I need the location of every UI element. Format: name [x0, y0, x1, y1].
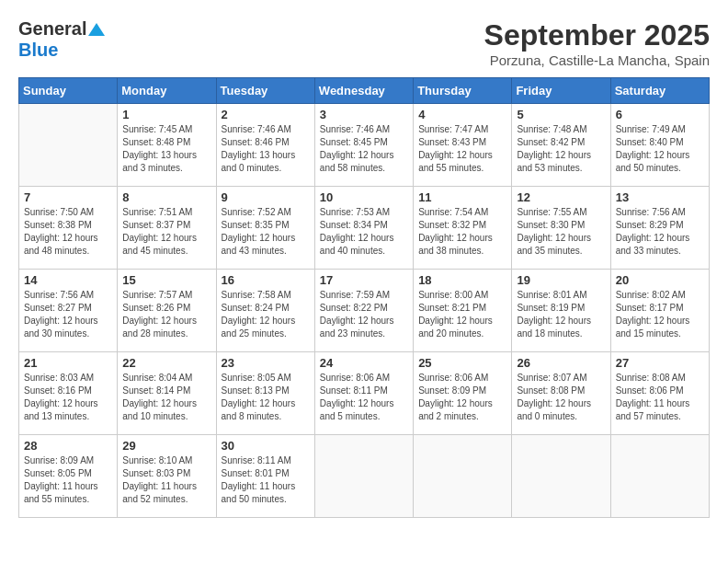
- day-info: Sunrise: 7:52 AMSunset: 8:35 PMDaylight:…: [222, 206, 310, 258]
- day-info: Sunrise: 8:09 AMSunset: 8:05 PMDaylight:…: [24, 454, 112, 506]
- day-info: Sunrise: 7:49 AMSunset: 8:40 PMDaylight:…: [616, 123, 704, 175]
- calendar-cell: 4Sunrise: 7:47 AMSunset: 8:43 PMDaylight…: [414, 104, 512, 187]
- logo-general-text: General: [18, 18, 86, 40]
- day-info: Sunrise: 8:06 AMSunset: 8:09 PMDaylight:…: [418, 372, 506, 423]
- day-number: 26: [517, 356, 605, 370]
- calendar-week-2: 7Sunrise: 7:50 AMSunset: 8:38 PMDaylight…: [19, 187, 710, 270]
- day-info: Sunrise: 7:59 AMSunset: 8:22 PMDaylight:…: [320, 289, 408, 340]
- day-number: 9: [222, 190, 310, 204]
- calendar-cell: 3Sunrise: 7:46 AMSunset: 8:45 PMDaylight…: [314, 104, 413, 187]
- day-number: 24: [320, 356, 408, 370]
- logo: General Blue: [18, 18, 105, 61]
- calendar-cell: [610, 435, 709, 518]
- day-info: Sunrise: 7:57 AMSunset: 8:26 PMDaylight:…: [122, 289, 210, 340]
- calendar-cell: 30Sunrise: 8:11 AMSunset: 8:01 PMDayligh…: [216, 435, 314, 518]
- logo-icon: [88, 21, 105, 38]
- calendar-cell: 29Sunrise: 8:10 AMSunset: 8:03 PMDayligh…: [118, 435, 216, 518]
- day-info: Sunrise: 7:51 AMSunset: 8:37 PMDaylight:…: [122, 206, 210, 258]
- day-number: 1: [122, 108, 210, 121]
- calendar-cell: 7Sunrise: 7:50 AMSunset: 8:38 PMDaylight…: [19, 187, 118, 270]
- calendar-cell: 18Sunrise: 8:00 AMSunset: 8:21 PMDayligh…: [414, 270, 512, 352]
- day-number: 15: [122, 273, 210, 287]
- day-number: 14: [24, 273, 112, 287]
- calendar-cell: 26Sunrise: 8:07 AMSunset: 8:08 PMDayligh…: [512, 352, 610, 435]
- calendar-cell: 13Sunrise: 7:56 AMSunset: 8:29 PMDayligh…: [610, 187, 709, 270]
- day-number: 12: [517, 190, 605, 204]
- day-number: 7: [24, 190, 112, 204]
- day-info: Sunrise: 7:56 AMSunset: 8:29 PMDaylight:…: [616, 206, 704, 258]
- calendar-cell: 28Sunrise: 8:09 AMSunset: 8:05 PMDayligh…: [19, 435, 118, 518]
- calendar-week-4: 21Sunrise: 8:03 AMSunset: 8:16 PMDayligh…: [19, 352, 710, 435]
- day-number: 23: [222, 356, 310, 370]
- day-info: Sunrise: 7:53 AMSunset: 8:34 PMDaylight:…: [320, 206, 408, 258]
- day-info: Sunrise: 7:50 AMSunset: 8:38 PMDaylight:…: [24, 206, 112, 258]
- day-number: 21: [24, 356, 112, 370]
- calendar-cell: 23Sunrise: 8:05 AMSunset: 8:13 PMDayligh…: [216, 352, 314, 435]
- calendar-cell: 16Sunrise: 7:58 AMSunset: 8:24 PMDayligh…: [216, 270, 314, 352]
- day-info: Sunrise: 8:10 AMSunset: 8:03 PMDaylight:…: [122, 454, 210, 506]
- day-info: Sunrise: 7:45 AMSunset: 8:48 PMDaylight:…: [122, 123, 210, 175]
- day-info: Sunrise: 8:04 AMSunset: 8:14 PMDaylight:…: [122, 372, 210, 423]
- day-info: Sunrise: 8:06 AMSunset: 8:11 PMDaylight:…: [320, 372, 408, 423]
- day-number: 16: [222, 273, 310, 287]
- weekday-header-tuesday: Tuesday: [216, 78, 314, 104]
- calendar-cell: 22Sunrise: 8:04 AMSunset: 8:14 PMDayligh…: [118, 352, 216, 435]
- day-number: 22: [122, 356, 210, 370]
- day-number: 6: [616, 108, 704, 121]
- day-info: Sunrise: 7:54 AMSunset: 8:32 PMDaylight:…: [418, 206, 506, 258]
- calendar-week-3: 14Sunrise: 7:56 AMSunset: 8:27 PMDayligh…: [19, 270, 710, 352]
- day-info: Sunrise: 8:01 AMSunset: 8:19 PMDaylight:…: [517, 289, 605, 340]
- day-number: 13: [616, 190, 704, 204]
- calendar-cell: [19, 104, 118, 187]
- calendar-cell: 14Sunrise: 7:56 AMSunset: 8:27 PMDayligh…: [19, 270, 118, 352]
- calendar-cell: 17Sunrise: 7:59 AMSunset: 8:22 PMDayligh…: [314, 270, 413, 352]
- svg-marker-0: [88, 23, 105, 36]
- day-number: 4: [418, 108, 506, 121]
- logo-blue-text: Blue: [18, 40, 58, 61]
- weekday-header-thursday: Thursday: [414, 78, 512, 104]
- calendar-cell: 21Sunrise: 8:03 AMSunset: 8:16 PMDayligh…: [19, 352, 118, 435]
- calendar-cell: 20Sunrise: 8:02 AMSunset: 8:17 PMDayligh…: [610, 270, 709, 352]
- calendar-cell: [512, 435, 610, 518]
- calendar-table: SundayMondayTuesdayWednesdayThursdayFrid…: [18, 77, 710, 518]
- day-number: 10: [320, 190, 408, 204]
- day-info: Sunrise: 8:03 AMSunset: 8:16 PMDaylight:…: [24, 372, 112, 423]
- day-info: Sunrise: 8:02 AMSunset: 8:17 PMDaylight:…: [616, 289, 704, 340]
- day-info: Sunrise: 8:00 AMSunset: 8:21 PMDaylight:…: [418, 289, 506, 340]
- day-number: 29: [122, 439, 210, 453]
- title-block: September 2025 Porzuna, Castille-La Manc…: [484, 18, 710, 68]
- day-info: Sunrise: 7:46 AMSunset: 8:45 PMDaylight:…: [320, 123, 408, 175]
- day-number: 18: [418, 273, 506, 287]
- day-info: Sunrise: 7:56 AMSunset: 8:27 PMDaylight:…: [24, 289, 112, 340]
- weekday-header-saturday: Saturday: [610, 78, 709, 104]
- day-number: 30: [222, 439, 310, 453]
- calendar-cell: 24Sunrise: 8:06 AMSunset: 8:11 PMDayligh…: [314, 352, 413, 435]
- calendar-cell: 5Sunrise: 7:48 AMSunset: 8:42 PMDaylight…: [512, 104, 610, 187]
- calendar-cell: 6Sunrise: 7:49 AMSunset: 8:40 PMDaylight…: [610, 104, 709, 187]
- calendar-cell: 1Sunrise: 7:45 AMSunset: 8:48 PMDaylight…: [118, 104, 216, 187]
- calendar-week-5: 28Sunrise: 8:09 AMSunset: 8:05 PMDayligh…: [19, 435, 710, 518]
- day-number: 28: [24, 439, 112, 453]
- calendar-cell: 15Sunrise: 7:57 AMSunset: 8:26 PMDayligh…: [118, 270, 216, 352]
- page-subtitle: Porzuna, Castille-La Mancha, Spain: [484, 52, 710, 68]
- day-number: 5: [517, 108, 605, 121]
- calendar-cell: 8Sunrise: 7:51 AMSunset: 8:37 PMDaylight…: [118, 187, 216, 270]
- weekday-header-friday: Friday: [512, 78, 610, 104]
- calendar-cell: 19Sunrise: 8:01 AMSunset: 8:19 PMDayligh…: [512, 270, 610, 352]
- calendar-cell: [414, 435, 512, 518]
- weekday-header-sunday: Sunday: [19, 78, 118, 104]
- day-number: 25: [418, 356, 506, 370]
- day-number: 17: [320, 273, 408, 287]
- day-info: Sunrise: 7:46 AMSunset: 8:46 PMDaylight:…: [222, 123, 310, 175]
- day-info: Sunrise: 8:08 AMSunset: 8:06 PMDaylight:…: [616, 372, 704, 423]
- day-info: Sunrise: 8:07 AMSunset: 8:08 PMDaylight:…: [517, 372, 605, 423]
- day-number: 8: [122, 190, 210, 204]
- page-title: September 2025: [484, 18, 710, 52]
- calendar-cell: 10Sunrise: 7:53 AMSunset: 8:34 PMDayligh…: [314, 187, 413, 270]
- calendar-cell: 12Sunrise: 7:55 AMSunset: 8:30 PMDayligh…: [512, 187, 610, 270]
- day-number: 19: [517, 273, 605, 287]
- day-info: Sunrise: 8:11 AMSunset: 8:01 PMDaylight:…: [222, 454, 310, 506]
- calendar-cell: 11Sunrise: 7:54 AMSunset: 8:32 PMDayligh…: [414, 187, 512, 270]
- day-number: 27: [616, 356, 704, 370]
- page-header: General Blue September 2025 Porzuna, Cas…: [18, 18, 710, 68]
